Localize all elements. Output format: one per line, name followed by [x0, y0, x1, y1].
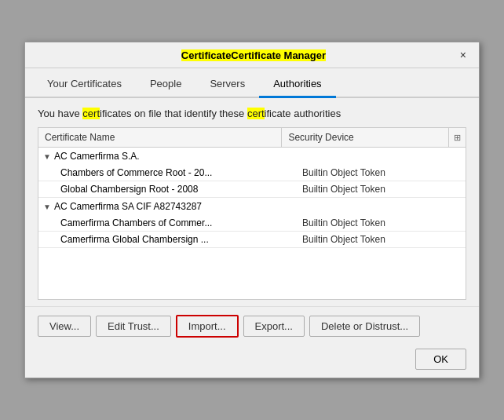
title-highlight: Certificate [181, 49, 232, 61]
description-text: You have certificates on file that ident… [38, 108, 466, 119]
col-header-device: Security Device [282, 128, 448, 147]
desc-prefix: You have [38, 108, 82, 119]
cert-device: Builtin Object Token [302, 234, 459, 245]
desc-suffix: ificate authorities [265, 108, 341, 119]
cert-device: Builtin Object Token [302, 167, 459, 178]
col-icon: ⊞ [448, 128, 466, 147]
tab-people[interactable]: People [136, 71, 195, 98]
cert-name: Camerfirma Chambers of Commer... [60, 217, 302, 228]
cert-name: Global Chambersign Root - 2008 [60, 184, 302, 195]
tab-authorities[interactable]: Authorities [259, 71, 335, 98]
table-body[interactable]: ▼ AC Camerfirma S.A. Chambers of Commerc… [38, 148, 466, 299]
cert-name: Chambers of Commerce Root - 20... [60, 167, 302, 178]
dialog-title: CertificateCertificate Manager [52, 49, 455, 61]
cert-device: Builtin Object Token [302, 217, 459, 228]
export-button[interactable]: Export... [243, 316, 305, 337]
cert-row[interactable]: Camerfirma Global Chambersign ... Builti… [38, 232, 466, 248]
view-button[interactable]: View... [38, 316, 91, 337]
certificates-table: Certificate Name Security Device ⊞ ▼ AC … [38, 127, 466, 300]
close-button[interactable]: × [455, 47, 471, 63]
desc-highlight-2: cert [247, 108, 265, 119]
cert-row[interactable]: Camerfirma Chambers of Commer... Builtin… [38, 215, 466, 232]
chevron-icon: ▼ [43, 152, 51, 161]
delete-distrust-button[interactable]: Delete or Distrust... [309, 316, 420, 337]
certificate-manager-dialog: CertificateCertificate Manager × Your Ce… [24, 42, 480, 378]
edit-trust-button[interactable]: Edit Trust... [96, 316, 171, 337]
import-button[interactable]: Import... [176, 315, 239, 338]
ok-area: OK [25, 345, 479, 378]
desc-middle: ificates on file that identify these [100, 108, 247, 119]
cert-row[interactable]: Chambers of Commerce Root - 20... Builti… [38, 165, 466, 181]
cert-device: Builtin Object Token [302, 184, 459, 195]
group-name: AC Camerfirma S.A. [54, 151, 140, 162]
tab-your-certificates[interactable]: Your Certificates [33, 71, 136, 98]
group-name: AC Camerfirma SA CIF A82743287 [54, 201, 202, 212]
tab-bar: Your Certificates People Servers Authori… [25, 71, 479, 98]
chevron-icon: ▼ [43, 203, 51, 211]
desc-highlight-1: cert [82, 108, 100, 119]
cert-name: Camerfirma Global Chambersign ... [60, 234, 302, 245]
main-content: You have certificates on file that ident… [25, 98, 479, 306]
table-header: Certificate Name Security Device ⊞ [38, 128, 466, 148]
action-button-bar: View... Edit Trust... Import... Export..… [25, 306, 479, 345]
cert-row[interactable]: Global Chambersign Root - 2008 Builtin O… [38, 181, 466, 198]
group-row[interactable]: ▼ AC Camerfirma S.A. [38, 148, 466, 165]
tab-servers[interactable]: Servers [195, 71, 259, 98]
title-bar: CertificateCertificate Manager × [25, 42, 479, 68]
ok-button[interactable]: OK [415, 349, 466, 370]
group-row[interactable]: ▼ AC Camerfirma SA CIF A82743287 [38, 198, 466, 215]
col-header-name: Certificate Name [38, 128, 282, 147]
